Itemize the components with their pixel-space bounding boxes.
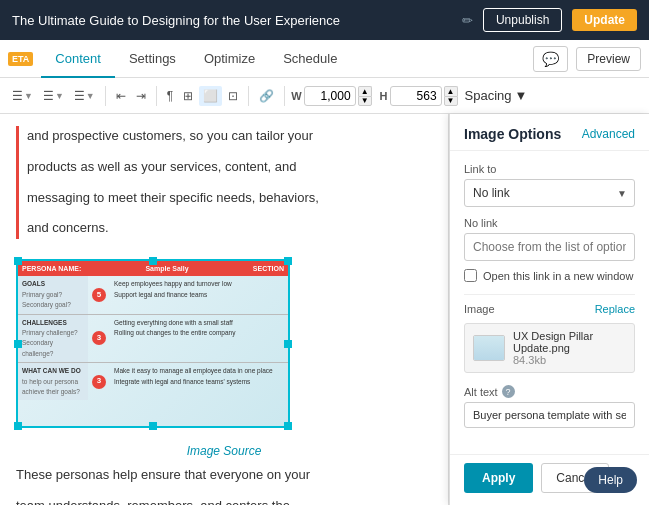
persona-name-label: PERSONA NAME: <box>22 263 81 274</box>
format-button-4[interactable]: ⊡ <box>224 86 242 106</box>
resize-handle-tm[interactable] <box>149 257 157 265</box>
main-area: and prospective customers, so you can ta… <box>0 114 649 505</box>
panel-body: Link to No linkURLPageAsset ▼ No link Op… <box>450 151 649 454</box>
height-increment[interactable]: ▲ <box>444 86 458 96</box>
cando-2: Integrate with legal and finance teams' … <box>114 377 284 387</box>
height-input[interactable] <box>390 86 442 106</box>
top-bar: The Ultimate Guide to Designing for the … <box>0 0 649 40</box>
goal-2: Support legal and finance teams <box>114 290 284 300</box>
image-name: UX Design Pillar Update.png <box>513 330 626 354</box>
resize-handle-lm[interactable] <box>14 340 22 348</box>
spacing-chevron: ▼ <box>515 88 528 103</box>
panel-header: Image Options Advanced <box>450 114 649 151</box>
image-source-link[interactable]: Image Source <box>16 442 432 461</box>
challenge-1: Getting everything done with a small sta… <box>114 318 284 328</box>
editor-text-3: messaging to meet their specific needs, … <box>27 188 432 209</box>
editor-text-4: and concerns. <box>27 218 432 239</box>
image-size: 84.3kb <box>513 354 626 366</box>
height-decrement[interactable]: ▼ <box>444 96 458 106</box>
tab-settings[interactable]: Settings <box>115 41 190 78</box>
divider-1 <box>464 294 635 295</box>
beta-badge: ETA <box>8 52 33 66</box>
new-window-checkbox[interactable] <box>464 269 477 282</box>
alt-text-label: Alt text <box>464 386 498 398</box>
tab-optimize[interactable]: Optimize <box>190 41 269 78</box>
width-increment[interactable]: ▲ <box>358 86 372 96</box>
format-button-3[interactable]: ⬜ <box>199 86 222 106</box>
preview-button[interactable]: Preview <box>576 47 641 71</box>
image-section-header: Image Replace <box>464 303 635 315</box>
image-section-label: Image <box>464 303 495 315</box>
challenge-2: Rolling out changes to the entire compan… <box>114 328 284 338</box>
align-center-button[interactable]: ☰▼ <box>39 86 68 106</box>
chat-button[interactable]: 💬 <box>533 46 568 72</box>
cando-num: 3 <box>92 375 106 389</box>
alt-text-input[interactable] <box>464 402 635 428</box>
resize-handle-rm[interactable] <box>284 340 292 348</box>
update-button[interactable]: Update <box>572 9 637 31</box>
width-decrement[interactable]: ▼ <box>358 96 372 106</box>
link-to-label: Link to <box>464 163 635 175</box>
width-label: W <box>291 90 301 102</box>
width-input[interactable] <box>304 86 356 106</box>
editor-text-6: team understands, remembers, and centers… <box>16 496 432 505</box>
help-button[interactable]: Help <box>584 467 637 493</box>
spacing-label: Spacing <box>465 88 512 103</box>
tab-content[interactable]: Content <box>41 41 115 78</box>
image-thumbnail <box>473 335 505 361</box>
options-input[interactable] <box>464 233 635 261</box>
align-left-button[interactable]: ☰▼ <box>8 86 37 106</box>
align-right-button[interactable]: ☰▼ <box>70 86 99 106</box>
spacing-button[interactable]: Spacing ▼ <box>460 85 533 106</box>
persona-image: PERSONA NAME: Sample Sally SECTION GOALS… <box>18 261 288 426</box>
persona-section-label: SECTION <box>253 263 284 274</box>
image-container[interactable]: PERSONA NAME: Sample Sally SECTION GOALS… <box>16 259 290 428</box>
edit-icon[interactable]: ✏ <box>462 13 473 28</box>
resize-handle-tl[interactable] <box>14 257 22 265</box>
challenges-num: 3 <box>92 331 106 345</box>
goals-label: GOALS <box>22 279 84 289</box>
indent-button[interactable]: ⇥ <box>132 86 150 106</box>
link-to-select[interactable]: No linkURLPageAsset <box>464 179 635 207</box>
link-icon-button[interactable]: 🔗 <box>255 86 278 106</box>
cando-sub: to help our persona achieve their goals? <box>22 377 84 398</box>
apply-button[interactable]: Apply <box>464 463 533 493</box>
goals-num: 5 <box>92 288 106 302</box>
resize-handle-tr[interactable] <box>284 257 292 265</box>
persona-challenges-row: CHALLENGES Primary challenge? Secondary … <box>18 315 288 364</box>
text-block: and prospective customers, so you can ta… <box>16 126 432 239</box>
resize-handle-bl[interactable] <box>14 422 22 430</box>
alt-text-label-row: Alt text ? <box>464 385 635 398</box>
editor-text-1: and prospective customers, so you can ta… <box>27 126 432 147</box>
goal-1: Keep employees happy and turnover low <box>114 279 284 289</box>
new-window-row: Open this link in a new window <box>464 269 635 282</box>
replace-link[interactable]: Replace <box>595 303 635 315</box>
format-button-2[interactable]: ⊞ <box>179 86 197 106</box>
persona-cando-row: WHAT CAN WE DO to help our persona achie… <box>18 363 288 400</box>
no-link-sublabel: No link <box>464 217 635 229</box>
image-info: UX Design Pillar Update.png 84.3kb <box>513 330 626 366</box>
toolbar: ☰▼ ☰▼ ☰▼ ⇤ ⇥ ¶ ⊞ ⬜ ⊡ 🔗 W ▲ ▼ H ▲ ▼ Spaci… <box>0 78 649 114</box>
cando-label: WHAT CAN WE DO <box>22 366 84 376</box>
height-label: H <box>380 90 388 102</box>
challenges-label: CHALLENGES <box>22 318 84 328</box>
persona-goals-row: GOALS Primary goal? Secondary goal? 5 Ke… <box>18 276 288 314</box>
image-preview-row: UX Design Pillar Update.png 84.3kb <box>464 323 635 373</box>
challenges-sub: Primary challenge? Secondary challenge? <box>22 328 84 359</box>
resize-handle-bm[interactable] <box>149 422 157 430</box>
page-title: The Ultimate Guide to Designing for the … <box>12 13 452 28</box>
editor-text-2: products as well as your services, conte… <box>27 157 432 178</box>
format-button-1[interactable]: ¶ <box>163 86 177 106</box>
link-to-select-wrapper: No linkURLPageAsset ▼ <box>464 179 635 207</box>
resize-handle-br[interactable] <box>284 422 292 430</box>
goals-sub: Primary goal? Secondary goal? <box>22 290 84 311</box>
advanced-link[interactable]: Advanced <box>582 127 635 141</box>
help-icon[interactable]: ? <box>502 385 515 398</box>
unpublish-button[interactable]: Unpublish <box>483 8 562 32</box>
editor-text-5: These personas help ensure that everyone… <box>16 465 432 486</box>
image-options-panel: Image Options Advanced Link to No linkUR… <box>449 114 649 505</box>
tab-schedule[interactable]: Schedule <box>269 41 351 78</box>
editor-area: and prospective customers, so you can ta… <box>0 114 449 505</box>
outdent-button[interactable]: ⇤ <box>112 86 130 106</box>
nav-tabs: ETA Content Settings Optimize Schedule 💬… <box>0 40 649 78</box>
